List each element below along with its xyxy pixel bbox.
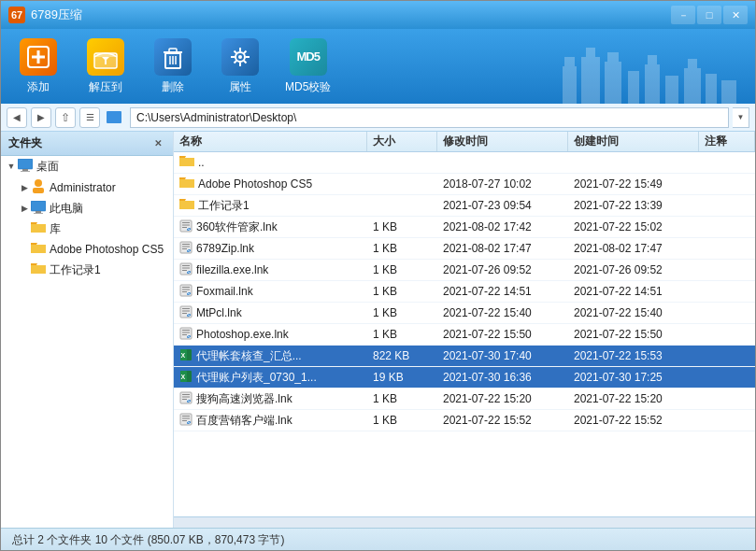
file-note-cell — [699, 174, 755, 194]
file-name-cell: Adobe Photoshop CS5 — [174, 174, 367, 194]
file-name-cell: MtPcl.lnk — [174, 303, 367, 323]
file-row[interactable]: X代理帐套核查_汇总...822 KB2021-07-30 17:402021-… — [174, 346, 755, 367]
svg-rect-94 — [182, 417, 190, 418]
file-row[interactable]: Foxmail.lnk1 KB2021-07-22 14:512021-07-2… — [174, 281, 755, 303]
file-type-icon — [179, 155, 194, 170]
tree-icon-desktop — [18, 159, 33, 175]
md5-button[interactable]: MD5 MD5校验 — [285, 38, 331, 95]
file-note-cell — [699, 410, 755, 431]
file-area: 名称 大小 修改时间 创建时间 注释 ..Adobe Photoshop CS5… — [174, 132, 755, 528]
file-row[interactable]: Adobe Photoshop CS52018-07-27 10:022021-… — [174, 174, 755, 195]
file-ctime-cell — [568, 152, 699, 173]
file-ctime-cell: 2021-07-22 15:50 — [568, 324, 699, 345]
file-note-cell — [699, 260, 755, 280]
sidebar-item-desktop[interactable]: ▼桌面 — [1, 156, 173, 177]
svg-rect-31 — [665, 76, 678, 104]
file-row[interactable]: 360软件管家.lnk1 KB2021-08-02 17:422021-07-2… — [174, 217, 755, 238]
file-row[interactable]: 6789Zip.lnk1 KB2021-08-02 17:472021-08-0… — [174, 238, 755, 260]
file-row[interactable]: filezilla.exe.lnk1 KB2021-07-26 09:52202… — [174, 260, 755, 281]
file-mtime-cell: 2021-07-22 14:51 — [437, 281, 568, 302]
file-row[interactable]: 搜狗高速浏览器.lnk1 KB2021-07-22 15:202021-07-2… — [174, 389, 755, 410]
file-mtime-cell: 2021-07-26 09:52 — [437, 260, 568, 280]
main-area: 文件夹 ✕ ▼桌面▶Administrator▶此电脑库Adobe Photos… — [1, 132, 755, 528]
file-ctime-cell: 2021-07-22 15:53 — [568, 346, 699, 366]
file-note-cell — [699, 217, 755, 237]
sidebar-header: 文件夹 ✕ — [1, 132, 173, 156]
file-row[interactable]: 百度营销客户端.lnk1 KB2021-07-22 15:522021-07-2… — [174, 410, 755, 431]
file-ctime-cell: 2021-07-26 09:52 — [568, 260, 699, 280]
path-bar[interactable]: C:\Users\Administrator\Desktop\ — [130, 107, 729, 128]
decompress-icon — [87, 38, 124, 76]
file-name-cell: X代理帐套核查_汇总... — [174, 346, 367, 366]
title-bar-controls: － □ ✕ — [671, 6, 748, 24]
file-name-cell: 工作记录1 — [174, 195, 367, 216]
back-button[interactable]: ◀ — [7, 107, 27, 128]
file-size-cell: 19 KB — [367, 367, 437, 388]
file-row[interactable]: Photoshop.exe.lnk1 KB2021-07-22 15:50202… — [174, 324, 755, 346]
file-row[interactable]: 工作记录12021-07-23 09:542021-07-22 13:39 — [174, 195, 755, 217]
tree-label-desktop: 桌面 — [36, 159, 59, 175]
sidebar-item-lib[interactable]: 库 — [1, 219, 173, 239]
sidebar-close-button[interactable]: ✕ — [150, 136, 165, 151]
col-ctime-header[interactable]: 创建时间 — [568, 132, 699, 151]
file-name-text: .. — [198, 156, 205, 169]
up-button[interactable]: ⇧ — [55, 107, 76, 128]
svg-rect-29 — [645, 64, 660, 104]
file-size-cell — [367, 195, 437, 216]
file-size-cell: 1 KB — [367, 389, 437, 409]
svg-rect-53 — [182, 248, 187, 249]
sidebar: 文件夹 ✕ ▼桌面▶Administrator▶此电脑库Adobe Photos… — [1, 132, 174, 528]
file-size-cell: 1 KB — [367, 324, 437, 345]
tree-label-lib: 库 — [50, 221, 61, 237]
svg-rect-57 — [182, 265, 190, 266]
decompress-button[interactable]: 解压到 — [83, 38, 128, 95]
add-icon — [20, 38, 57, 76]
tree-container: ▼桌面▶Administrator▶此电脑库Adobe Photoshop CS… — [1, 156, 173, 280]
close-button[interactable]: ✕ — [723, 6, 748, 24]
svg-rect-76 — [182, 332, 190, 332]
add-label: 添加 — [27, 79, 50, 95]
file-size-cell: 822 KB — [367, 346, 437, 366]
delete-button[interactable]: 删除 — [150, 38, 195, 95]
tree-label-ps: Adobe Photoshop CS5 — [50, 243, 164, 256]
file-row[interactable]: MtPcl.lnk1 KB2021-07-22 15:402021-07-22 … — [174, 303, 755, 324]
sidebar-item-ps[interactable]: Adobe Photoshop CS5 — [1, 239, 173, 260]
file-row[interactable]: X代理账户列表_0730_1...19 KB2021-07-30 16:3620… — [174, 367, 755, 389]
file-row[interactable]: .. — [174, 152, 755, 174]
app-icon: 67 — [8, 7, 25, 23]
file-name-cell: 360软件管家.lnk — [174, 217, 367, 237]
tree-label-work: 工作记录1 — [50, 262, 101, 278]
svg-rect-87 — [182, 394, 190, 395]
col-size-header[interactable]: 大小 — [367, 132, 437, 151]
file-size-cell: 1 KB — [367, 281, 437, 302]
tree-toggle-pc: ▶ — [18, 204, 31, 213]
add-button[interactable]: 添加 — [16, 38, 61, 95]
svg-rect-41 — [31, 201, 46, 211]
maximize-button[interactable]: □ — [697, 6, 721, 24]
sidebar-item-admin[interactable]: ▶Administrator — [1, 177, 173, 198]
file-note-cell — [699, 324, 755, 345]
svg-rect-30 — [648, 55, 657, 64]
file-ctime-cell: 2021-07-22 15:40 — [568, 303, 699, 323]
file-type-icon — [179, 241, 193, 257]
col-mtime-header[interactable]: 修改时间 — [437, 132, 568, 151]
properties-button[interactable]: 属性 — [218, 38, 263, 95]
tree-icon-lib — [31, 221, 46, 236]
forward-button[interactable]: ▶ — [31, 107, 51, 128]
file-ctime-cell: 2021-07-22 14:51 — [568, 281, 699, 302]
svg-rect-70 — [182, 310, 190, 311]
col-note-header[interactable]: 注释 — [699, 132, 755, 151]
col-name-header[interactable]: 名称 — [174, 132, 367, 151]
sidebar-item-work[interactable]: 工作记录1 — [1, 260, 173, 280]
svg-rect-58 — [182, 267, 190, 268]
sidebar-item-pc[interactable]: ▶此电脑 — [1, 198, 173, 219]
list-view-button[interactable]: ☰ — [79, 107, 100, 128]
md5-icon: MD5 — [290, 38, 327, 76]
path-dropdown[interactable]: ▼ — [733, 107, 749, 128]
svg-rect-32 — [684, 68, 701, 104]
file-type-icon: X — [179, 370, 193, 386]
svg-point-13 — [238, 55, 242, 59]
file-name-text: 百度营销客户端.lnk — [196, 413, 292, 429]
svg-rect-27 — [607, 52, 619, 62]
minimize-button[interactable]: － — [671, 6, 695, 24]
